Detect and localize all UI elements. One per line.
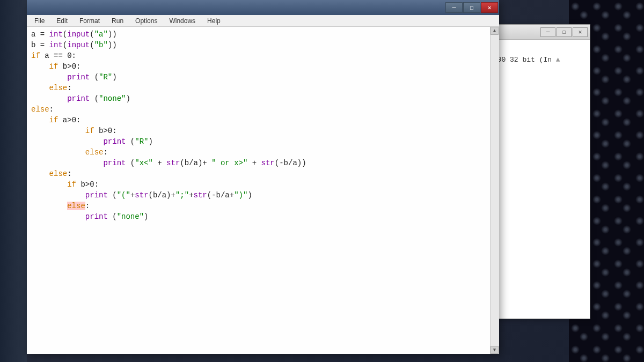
- taskbar: [0, 0, 27, 362]
- minimize-button[interactable]: ─: [445, 2, 463, 13]
- code-line: if a>0:: [31, 116, 80, 124]
- code-line: a = int(input("a")): [31, 30, 117, 39]
- code-line: if b>0:: [31, 62, 80, 71]
- menu-run[interactable]: Run: [106, 16, 129, 26]
- minimize-button-secondary[interactable]: ─: [540, 27, 555, 37]
- code-line: if b>0:: [31, 127, 117, 135]
- maximize-button[interactable]: ☐: [463, 2, 480, 13]
- secondary-titlebar: ─ ☐ ✕: [484, 25, 590, 40]
- maximize-button-secondary[interactable]: ☐: [557, 27, 572, 37]
- code-line: else:: [31, 169, 72, 178]
- scroll-up-icon[interactable]: ▲: [491, 27, 499, 35]
- titlebar[interactable]: ─ ☐ ✕: [27, 0, 499, 15]
- secondary-content: L600 32 bit (In ▲: [484, 40, 590, 319]
- code-line: print ("none"): [31, 212, 148, 221]
- code-line: if b>0:: [31, 180, 99, 189]
- code-line: b = int(input("b")): [31, 41, 117, 49]
- menu-edit[interactable]: Edit: [51, 16, 73, 26]
- code-line: if a == 0:: [31, 51, 76, 60]
- menu-windows[interactable]: Windows: [164, 16, 201, 26]
- code-line: print ("R"): [31, 73, 117, 82]
- vertical-scrollbar[interactable]: ▲ ▼: [490, 27, 499, 354]
- code-line: else:: [31, 148, 108, 157]
- code-line: print ("none"): [31, 94, 130, 103]
- code-editor[interactable]: a = int(input("a")) b = int(input("b")) …: [27, 27, 490, 354]
- menu-file[interactable]: File: [29, 16, 50, 26]
- code-line: else:: [31, 202, 90, 210]
- menu-options[interactable]: Options: [130, 16, 163, 26]
- code-line: else:: [31, 105, 54, 114]
- editor-area: a = int(input("a")) b = int(input("b")) …: [27, 27, 499, 354]
- scroll-down-icon[interactable]: ▼: [491, 346, 499, 354]
- menubar: File Edit Format Run Options Windows Hel…: [27, 15, 499, 27]
- code-line: else:: [31, 84, 72, 92]
- code-line: print ("("+str(b/a)+";"+str(-b/a+")"): [31, 191, 252, 200]
- code-line: print ("R"): [31, 137, 153, 146]
- menu-format[interactable]: Format: [74, 16, 105, 26]
- window-controls: ─ ☐ ✕: [445, 2, 498, 13]
- close-button-secondary[interactable]: ✕: [573, 27, 588, 37]
- close-button[interactable]: ✕: [481, 2, 498, 13]
- code-line: print ("x<" + str(b/a)+ " or x>" + str(-…: [31, 159, 306, 167]
- menu-help[interactable]: Help: [202, 16, 226, 26]
- editor-window: ─ ☐ ✕ File Edit Format Run Options Windo…: [27, 0, 499, 354]
- secondary-window: ─ ☐ ✕ L600 32 bit (In ▲: [483, 24, 590, 319]
